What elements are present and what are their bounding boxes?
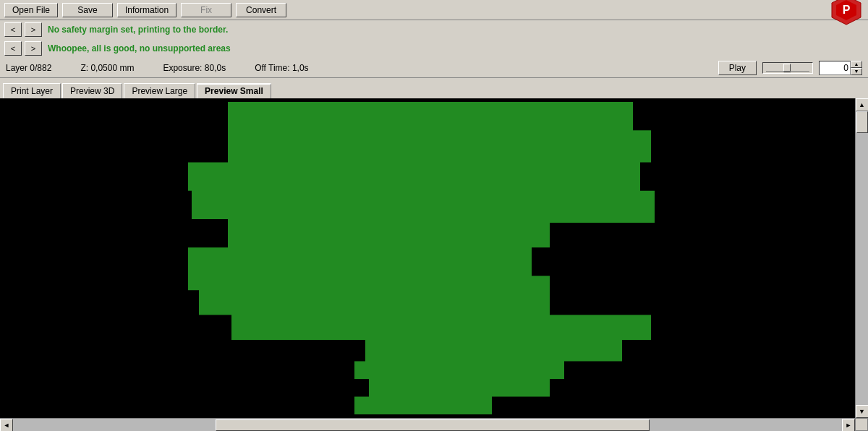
horizontal-scrollbar[interactable]: ◄ ► (0, 418, 855, 431)
app-logo: P (829, 0, 864, 27)
toolbar: Open File Save Information Fix Convert P (0, 0, 868, 20)
tab-preview-large[interactable]: Preview Large (124, 83, 195, 98)
layer-info: Layer 0/882 (6, 63, 51, 73)
prev-button-1[interactable]: < (4, 22, 22, 37)
tabs-row: Print Layer Preview 3D Preview Large Pre… (0, 78, 868, 98)
slider-track[interactable] (762, 62, 813, 74)
nav-row-2: < > Whoopee, all is good, no unsupported… (0, 39, 868, 58)
convert-button[interactable]: Convert (236, 3, 286, 17)
status-message-1: No safety margin set, printing to the bo… (48, 25, 228, 35)
scroll-thumb-vertical[interactable] (856, 111, 868, 133)
save-button[interactable]: Save (62, 3, 113, 17)
frame-spinner: ▲ ▼ (851, 61, 862, 75)
scroll-up-button[interactable]: ▲ (856, 98, 869, 111)
play-button[interactable]: Play (718, 61, 757, 75)
scroll-left-button[interactable]: ◄ (0, 419, 13, 432)
scroll-track-horizontal[interactable] (13, 419, 842, 432)
layer-preview-svg (0, 98, 855, 418)
scroll-right-button[interactable]: ► (842, 419, 855, 432)
tab-preview-3d[interactable]: Preview 3D (62, 83, 122, 98)
scroll-track-vertical[interactable] (856, 111, 869, 405)
info-bar: Layer 0/882 Z: 0,0500 mm Exposure: 80,0s… (0, 58, 868, 78)
scroll-thumb-horizontal[interactable] (216, 419, 650, 431)
off-time-info: Off Time: 1,0s (255, 63, 308, 73)
tab-print-layer[interactable]: Print Layer (3, 83, 61, 98)
spinner-up[interactable]: ▲ (851, 61, 862, 68)
prev-button-2[interactable]: < (4, 41, 22, 56)
frame-number-input[interactable] (819, 61, 851, 75)
scroll-down-button[interactable]: ▼ (856, 405, 869, 418)
next-button-2[interactable]: > (25, 41, 42, 56)
preview-canvas: ▲ ▼ ◄ ► (0, 98, 868, 431)
nav-row-1: < > No safety margin set, printing to th… (0, 20, 868, 39)
open-file-button[interactable]: Open File (4, 3, 58, 17)
vertical-scrollbar[interactable]: ▲ ▼ (855, 98, 868, 418)
tab-preview-small[interactable]: Preview Small (197, 83, 271, 98)
z-info: Z: 0,0500 mm (80, 63, 134, 73)
next-button-1[interactable]: > (25, 22, 42, 37)
scrollbar-corner (855, 418, 868, 431)
canvas-area: ▲ ▼ ◄ ► (0, 98, 868, 431)
spinner-down[interactable]: ▼ (851, 68, 862, 75)
status-message-2: Whoopee, all is good, no unsupported are… (48, 43, 231, 54)
information-button[interactable]: Information (117, 3, 176, 17)
svg-text:P: P (843, 4, 851, 16)
play-area: Play ▲ ▼ (718, 61, 862, 75)
exposure-info: Exposure: 80,0s (163, 63, 226, 73)
fix-button[interactable]: Fix (181, 3, 231, 17)
